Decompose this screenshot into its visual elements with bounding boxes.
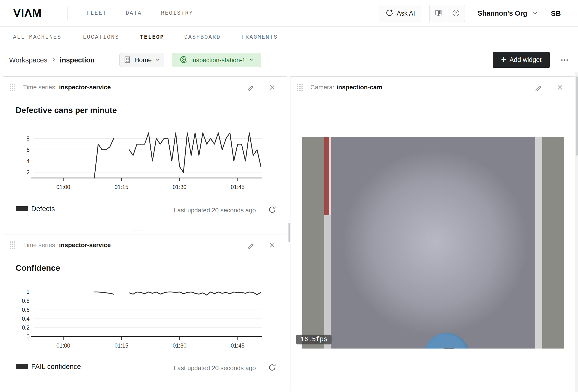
nav-item-data[interactable]: DATA	[126, 0, 142, 27]
org-name: Shannon's Org	[478, 9, 527, 17]
svg-text:01:30: 01:30	[173, 343, 187, 349]
section-tabs: ALL MACHINES LOCATIONS TELEOP DASHBOARD …	[0, 27, 578, 48]
close-icon	[556, 84, 564, 91]
resize-handle-vertical[interactable]	[288, 223, 291, 242]
chart-title: Confidence	[16, 263, 60, 273]
widget-header: Time series: inspector-service	[3, 235, 287, 256]
org-selector[interactable]: Shannon's Org	[478, 0, 538, 27]
widget-kind-label: Camera:	[310, 84, 335, 91]
svg-text:01:00: 01:00	[56, 184, 70, 190]
machine-pill[interactable]: inspection-station-1	[172, 53, 261, 67]
ask-ai-button[interactable]: Ask AI	[379, 5, 421, 22]
docs-help-group: ?	[429, 5, 465, 22]
avatar[interactable]: SB	[551, 0, 561, 27]
close-button[interactable]	[267, 240, 278, 250]
camera-belt	[331, 137, 535, 348]
fps-badge: 16.5fps	[296, 335, 332, 344]
machine-label: inspection-station-1	[191, 56, 245, 64]
ai-sparkle-icon	[385, 8, 393, 19]
svg-text:01:45: 01:45	[231, 343, 245, 349]
add-widget-button[interactable]: + Add widget	[493, 52, 550, 68]
svg-text:0: 0	[26, 333, 30, 340]
breadcrumb-workspaces-link[interactable]: Workspaces	[9, 56, 47, 64]
close-button[interactable]	[267, 82, 278, 93]
nav-item-registry[interactable]: REGISTRY	[161, 0, 193, 27]
tab-locations[interactable]: LOCATIONS	[83, 27, 119, 48]
ping-icon	[180, 55, 188, 65]
pencil-icon	[247, 84, 254, 91]
refresh-button[interactable]	[267, 363, 277, 372]
help-icon: ?	[452, 9, 460, 18]
widget-card-timeseries-2: Time series: inspector-service Confidenc…	[3, 234, 287, 391]
widget-card-camera: Camera: inspection-cam 16.5fps	[290, 76, 575, 391]
widget-header: Camera: inspection-cam	[290, 77, 575, 98]
widget-kind-label: Time series:	[23, 242, 57, 249]
nav-item-fleet[interactable]: FLEET	[87, 0, 107, 27]
scrollbar	[575, 72, 578, 392]
close-icon	[268, 84, 276, 91]
refresh-icon	[268, 363, 277, 372]
page-title[interactable]: inspection	[60, 56, 95, 64]
svg-text:6: 6	[26, 147, 30, 153]
edit-button[interactable]	[245, 240, 256, 250]
pencil-icon	[534, 84, 542, 91]
widget-name: inspector-service	[59, 242, 111, 249]
tab-teleop[interactable]: TELEOP	[140, 27, 164, 48]
edit-button[interactable]	[533, 82, 544, 93]
close-icon	[268, 242, 276, 249]
location-label: Home	[134, 56, 151, 64]
svg-text:0.2: 0.2	[22, 325, 30, 331]
svg-text:1: 1	[26, 289, 30, 295]
svg-text:01:00: 01:00	[56, 343, 70, 349]
breadcrumb: Workspaces inspection	[9, 48, 96, 72]
legend-swatch	[16, 206, 28, 211]
book-icon	[434, 9, 442, 18]
text-cursor	[96, 54, 96, 66]
toolbar-row: Workspaces inspection Home inspection-st…	[0, 48, 578, 72]
building-icon	[123, 56, 131, 65]
header-divider	[67, 6, 68, 20]
drag-handle-icon[interactable]	[297, 84, 303, 91]
svg-text:0.6: 0.6	[22, 307, 30, 313]
refresh-button[interactable]	[267, 205, 277, 214]
camera-side-band-right	[542, 137, 564, 348]
location-dropdown[interactable]: Home	[119, 53, 164, 67]
add-widget-label: Add widget	[510, 56, 542, 64]
camera-side-band-left	[302, 137, 324, 348]
refresh-icon	[268, 205, 277, 214]
svg-text:01:15: 01:15	[115, 184, 129, 190]
tab-all-machines[interactable]: ALL MACHINES	[13, 27, 61, 48]
svg-text:01:45: 01:45	[231, 184, 245, 190]
tab-dashboard[interactable]: DASHBOARD	[184, 27, 221, 48]
edit-button[interactable]	[245, 82, 256, 93]
legend-label: Defects	[31, 205, 55, 213]
legend-swatch	[16, 364, 28, 369]
svg-text:01:30: 01:30	[173, 184, 187, 190]
close-button[interactable]	[555, 82, 565, 93]
last-updated-text: Last updated 20 seconds ago	[174, 206, 256, 214]
help-button[interactable]: ?	[447, 5, 465, 22]
tab-fragments[interactable]: FRAGMENTS	[241, 27, 278, 48]
viam-logo: VIΛM	[13, 6, 42, 19]
more-menu-button[interactable]	[558, 57, 571, 63]
svg-text:?: ?	[455, 11, 457, 15]
last-updated-text: Last updated 20 seconds ago	[174, 364, 256, 372]
resize-handle-horizontal[interactable]	[132, 231, 146, 234]
chart-legend: FAIL confidence	[16, 363, 81, 371]
svg-text:0.4: 0.4	[22, 316, 30, 322]
chevron-down-icon	[532, 10, 538, 17]
widget-name: inspector-service	[59, 84, 111, 91]
chart-title: Defective cans per minute	[16, 105, 117, 115]
legend-label: FAIL confidence	[31, 363, 81, 371]
svg-text:01:15: 01:15	[115, 343, 129, 349]
ask-ai-label: Ask AI	[397, 10, 415, 17]
svg-text:8: 8	[26, 136, 30, 142]
pencil-icon	[247, 242, 254, 249]
docs-button[interactable]	[430, 5, 447, 22]
scrollbar-thumb[interactable]	[576, 76, 578, 156]
camera-feed	[302, 137, 564, 348]
drag-handle-icon[interactable]	[10, 84, 15, 91]
drag-handle-icon[interactable]	[10, 242, 15, 249]
app-header: VIΛM FLEET DATA REGISTRY Ask AI ? Shanno…	[0, 0, 578, 27]
breadcrumb-chevron-icon	[51, 57, 56, 63]
